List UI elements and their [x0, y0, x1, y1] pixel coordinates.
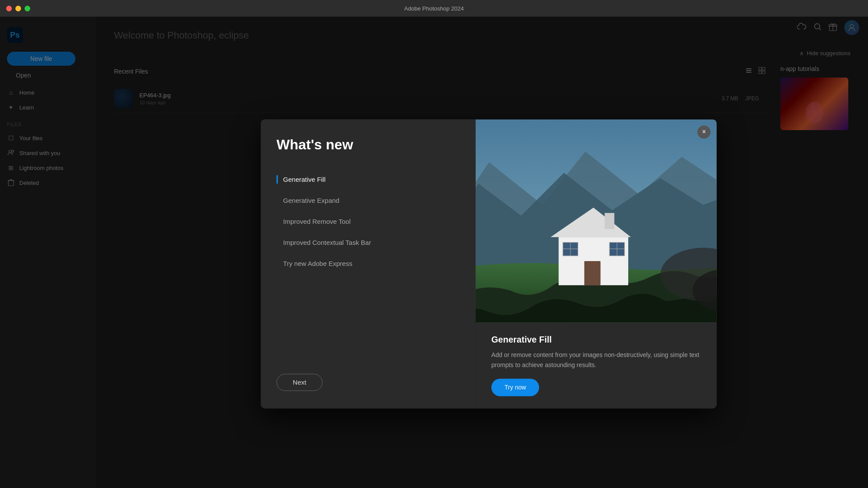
svg-rect-24 [605, 213, 614, 229]
dialog-right-panel: Generative Fill Add or remove content fr… [476, 119, 717, 408]
feature-item-try-adobe-express[interactable]: Try new Adobe Express [277, 253, 460, 274]
inactive-indicator [277, 217, 278, 226]
whats-new-dialog: × What's new Generative Fill Generative … [261, 119, 717, 408]
maximize-button[interactable] [25, 6, 30, 11]
dialog-bottom: Next [277, 365, 460, 391]
feature-item-improved-remove-tool[interactable]: Improved Remove Tool [277, 211, 460, 232]
feature-item-generative-expand[interactable]: Generative Expand [277, 190, 460, 211]
feature-desc-title: Generative Fill [491, 335, 701, 345]
feature-label-improved-remove-tool: Improved Remove Tool [283, 218, 351, 225]
feature-label-try-adobe-express: Try new Adobe Express [283, 260, 352, 267]
feature-list: Generative Fill Generative Expand Improv… [277, 169, 460, 274]
title-bar: Adobe Photoshop 2024 [0, 0, 868, 17]
inactive-indicator [277, 238, 278, 247]
app-layout: Ps New file Open ⌂ Home ✦ Learn FILES ☐ … [0, 17, 868, 488]
try-now-button[interactable]: Try now [491, 378, 539, 396]
feature-label-generative-expand: Generative Expand [283, 197, 339, 204]
feature-label-improved-contextual-task-bar: Improved Contextual Task Bar [283, 239, 371, 246]
dialog-title: What's new [277, 137, 460, 153]
dialog-left-panel: What's new Generative Fill Generative Ex… [261, 119, 476, 408]
active-indicator [277, 175, 278, 184]
feature-item-generative-fill[interactable]: Generative Fill [277, 169, 460, 190]
traffic-lights [6, 6, 30, 11]
svg-rect-17 [584, 261, 601, 285]
feature-label-generative-fill: Generative Fill [283, 176, 326, 183]
next-button[interactable]: Next [277, 374, 323, 391]
close-button[interactable] [6, 6, 12, 11]
inactive-indicator [277, 259, 278, 268]
dialog-close-button[interactable]: × [697, 125, 711, 138]
feature-image-area [476, 119, 717, 322]
hero-image [476, 119, 717, 322]
feature-desc-text: Add or remove content from your images n… [491, 350, 701, 370]
minimize-button[interactable] [15, 6, 21, 11]
feature-description-area: Generative Fill Add or remove content fr… [476, 323, 717, 409]
app-title: Adobe Photoshop 2024 [404, 5, 464, 12]
inactive-indicator [277, 196, 278, 205]
feature-item-improved-contextual-task-bar[interactable]: Improved Contextual Task Bar [277, 232, 460, 253]
